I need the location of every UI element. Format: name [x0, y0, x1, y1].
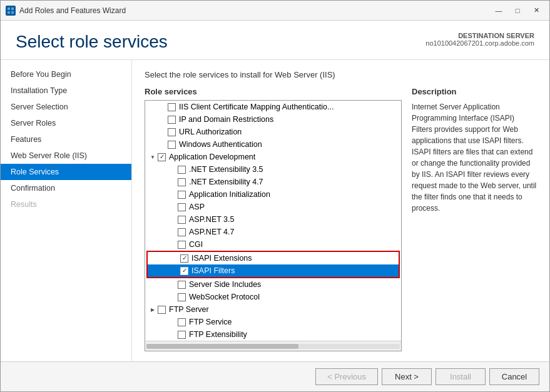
title-bar-text: Add Roles and Features Wizard	[19, 6, 491, 15]
expand-spacer-12	[170, 253, 180, 263]
tree-item-asp[interactable]: ASP	[145, 201, 401, 213]
label-aspnet35: ASP.NET 3.5	[189, 215, 235, 224]
checkbox-windows-auth[interactable]	[168, 141, 176, 149]
checkbox-websocket[interactable]	[178, 293, 186, 301]
sidebar-item-confirmation[interactable]: Confirmation	[1, 180, 131, 196]
label-net47: .NET Extensibility 4.7	[189, 178, 263, 186]
expand-spacer-2	[158, 114, 168, 124]
description-title: Description	[412, 87, 537, 96]
label-ftp-service: FTP Service	[189, 318, 232, 326]
role-services-title: Role services	[145, 87, 402, 96]
label-isapi-filters: ISAPI Filters	[191, 266, 235, 275]
sidebar-item-web-server-role[interactable]: Web Server Role (IIS)	[1, 148, 131, 164]
tree-item-net47[interactable]: .NET Extensibility 4.7	[145, 176, 401, 188]
cancel-button[interactable]: Cancel	[489, 368, 539, 385]
checkbox-net47[interactable]	[178, 178, 186, 186]
label-ftp-server: FTP Server	[169, 305, 209, 314]
tree-item-aspnet47[interactable]: ASP.NET 4.7	[145, 226, 401, 238]
tree-item-ftp-service[interactable]: FTP Service	[145, 316, 401, 328]
horizontal-scrollbar[interactable]	[145, 341, 401, 351]
sidebar-item-installation-type[interactable]: Installation Type	[1, 83, 131, 99]
checkbox-ftp-service[interactable]	[178, 318, 186, 326]
checkbox-cgi[interactable]	[178, 241, 186, 249]
expand-spacer-11	[168, 239, 178, 249]
minimize-button[interactable]: —	[491, 4, 507, 18]
checkbox-url-auth[interactable]	[168, 128, 176, 136]
svg-rect-0	[8, 8, 10, 10]
label-app-dev: Application Development	[169, 153, 255, 161]
sidebar-item-server-selection[interactable]: Server Selection	[1, 99, 131, 115]
expand-spacer-14	[168, 279, 178, 289]
checkbox-server-side-includes[interactable]	[178, 281, 186, 289]
tree-item-ip-domain[interactable]: IP and Domain Restrictions	[145, 113, 401, 126]
svg-rect-2	[8, 11, 10, 14]
tree-item-aspnet35[interactable]: ASP.NET 3.5	[145, 213, 401, 226]
label-iis-client-cert: IIS Client Certificate Mapping Authentic…	[179, 103, 334, 111]
app-icon	[6, 6, 16, 16]
label-server-side-includes: Server Side Includes	[189, 280, 261, 289]
content-area: Select role services DESTINATION SERVER …	[1, 21, 549, 361]
sidebar: Before You Begin Installation Type Serve…	[1, 60, 132, 361]
tree-container[interactable]: IIS Client Certificate Mapping Authentic…	[145, 100, 402, 351]
close-button[interactable]: ✕	[528, 4, 544, 18]
checkbox-isapi-filters[interactable]	[180, 267, 188, 275]
expand-spacer-17	[168, 329, 178, 339]
tree-item-url-auth[interactable]: URL Authorization	[145, 126, 401, 138]
expand-spacer-16	[168, 317, 178, 327]
tree-item-app-dev[interactable]: ▼ Application Development	[145, 151, 401, 163]
checkbox-net35[interactable]	[178, 166, 186, 174]
tree-item-windows-auth[interactable]: Windows Authentication	[145, 138, 401, 151]
expand-spacer-4	[158, 139, 168, 149]
label-url-auth: URL Authorization	[179, 128, 242, 136]
checkbox-asp[interactable]	[178, 203, 186, 211]
sidebar-item-results: Results	[1, 196, 131, 213]
checkbox-aspnet47[interactable]	[178, 228, 186, 236]
checkbox-app-init[interactable]	[178, 191, 186, 199]
checkbox-aspnet35[interactable]	[178, 216, 186, 224]
expand-app-dev[interactable]: ▼	[148, 152, 158, 162]
scroll-thumb-horizontal[interactable]	[146, 344, 298, 349]
tree-item-websocket[interactable]: WebSocket Protocol	[145, 291, 401, 303]
tree-item-isapi-ext[interactable]: ISAPI Extensions	[148, 252, 399, 264]
label-isapi-ext: ISAPI Extensions	[191, 254, 252, 263]
tree-item-ftp-ext[interactable]: FTP Extensibility	[145, 328, 401, 341]
checkbox-iis-client-cert[interactable]	[168, 103, 176, 111]
sidebar-item-role-services[interactable]: Role Services	[1, 164, 131, 180]
maximize-button[interactable]: □	[509, 4, 526, 18]
role-services-panel: Role services IIS Client Certificate Map…	[145, 87, 402, 351]
next-button[interactable]: Next >	[382, 368, 432, 385]
tree-item-net35[interactable]: .NET Extensibility 3.5	[145, 163, 401, 176]
sidebar-item-server-roles[interactable]: Server Roles	[1, 115, 131, 131]
previous-button[interactable]: < Previous	[315, 368, 378, 385]
main-body: Before You Begin Installation Type Serve…	[1, 60, 549, 361]
instruction-text: Select the role services to install for …	[145, 70, 537, 79]
sidebar-item-features[interactable]: Features	[1, 131, 131, 148]
tree-item-cgi[interactable]: CGI	[145, 238, 401, 251]
destination-server-name: no1010042067201.corp.adobe.com	[425, 39, 534, 47]
checkbox-isapi-ext[interactable]	[180, 254, 188, 263]
label-websocket: WebSocket Protocol	[189, 293, 260, 301]
install-button[interactable]: Install	[435, 368, 486, 385]
sidebar-item-before-you-begin[interactable]: Before You Begin	[1, 66, 131, 83]
expand-spacer-5	[168, 164, 178, 174]
expand-spacer-10	[168, 227, 178, 237]
tree-item-iis-client-cert[interactable]: IIS Client Certificate Mapping Authentic…	[145, 101, 401, 113]
checkbox-ip-domain[interactable]	[168, 116, 176, 124]
tree-item-isapi-filters[interactable]: ISAPI Filters	[148, 264, 399, 277]
scroll-track-horizontal[interactable]	[146, 344, 400, 349]
label-ip-domain: IP and Domain Restrictions	[179, 115, 273, 124]
svg-rect-3	[11, 11, 14, 14]
tree-item-app-init[interactable]: Application Initialization	[145, 188, 401, 201]
checkbox-app-dev[interactable]	[158, 153, 166, 161]
label-ftp-ext: FTP Extensibility	[189, 330, 247, 339]
title-bar: Add Roles and Features Wizard — □ ✕	[1, 1, 549, 21]
destination-server-block: DESTINATION SERVER no1010042067201.corp.…	[425, 32, 534, 47]
tree-item-server-side-includes[interactable]: Server Side Includes	[145, 278, 401, 291]
checkbox-ftp-ext[interactable]	[178, 331, 186, 339]
page-title: Select role services	[16, 32, 168, 52]
label-aspnet47: ASP.NET 4.7	[189, 228, 235, 236]
checkbox-ftp-server[interactable]	[158, 306, 166, 314]
expand-ftp-server[interactable]: ▶	[148, 304, 158, 314]
tree-item-ftp-server[interactable]: ▶ FTP Server	[145, 303, 401, 316]
expand-spacer-8	[168, 202, 178, 212]
